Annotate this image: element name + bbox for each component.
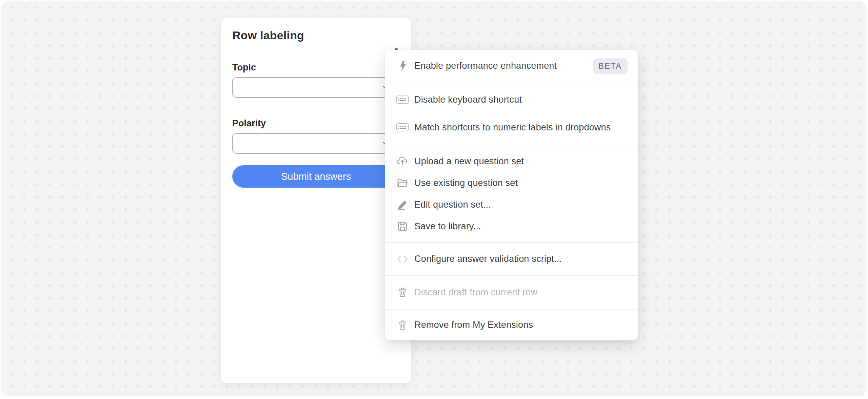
- menu-item-label: Configure answer validation script...: [414, 254, 562, 264]
- menu-section: Remove from My Extensions: [385, 309, 638, 340]
- submit-answers-button[interactable]: Submit answers: [232, 165, 400, 188]
- menu-item-label: Use existing question set: [414, 178, 518, 188]
- menu-section: Configure answer validation script...: [385, 242, 638, 275]
- menu-item-disable-keyboard-shortcut[interactable]: Disable keyboard shortcut: [385, 86, 638, 113]
- card-title: Row labeling: [232, 29, 400, 42]
- menu-item-label: Disable keyboard shortcut: [414, 94, 522, 105]
- save-floppy-icon: [395, 220, 410, 232]
- menu-item-label: Upload a new question set: [414, 156, 524, 167]
- menu-item-label: Match shortcuts to numeric labels in dro…: [414, 122, 611, 133]
- upload-cloud-icon: [395, 155, 410, 167]
- polarity-label: Polarity: [232, 118, 400, 129]
- menu-item-label: Edit question set...: [414, 200, 491, 210]
- trash-icon: [395, 287, 410, 298]
- menu-item-label: Enable performance enhancement: [414, 61, 557, 71]
- menu-item-upload-question-set[interactable]: Upload a new question set: [385, 150, 638, 172]
- menu-item-match-shortcuts[interactable]: Match shortcuts to numeric labels in dro…: [385, 113, 638, 141]
- keyboard-icon: [395, 123, 410, 132]
- menu-item-configure-validation-script[interactable]: Configure answer validation script...: [385, 243, 638, 275]
- bolt-icon: [395, 59, 410, 73]
- menu-item-enable-performance-enhancement[interactable]: Enable performance enhancement BETA: [385, 50, 638, 82]
- menu-item-label: Save to library...: [414, 221, 481, 232]
- menu-item-label: Remove from My Extensions: [414, 320, 533, 330]
- menu-section: Upload a new question set Use existing q…: [385, 145, 638, 242]
- menu-section: Disable keyboard shortcut Match shortcut…: [385, 82, 638, 145]
- code-icon: [395, 254, 410, 264]
- menu-item-save-to-library[interactable]: Save to library...: [385, 215, 638, 237]
- row-labeling-card: Row labeling Topic Polarity Submit answe…: [221, 18, 411, 383]
- screenshot-root: Row labeling Topic Polarity Submit answe…: [0, 0, 868, 399]
- edit-pen-icon: [395, 198, 410, 211]
- menu-section: Enable performance enhancement BETA: [385, 50, 638, 82]
- keyboard-icon: [395, 95, 410, 104]
- menu-item-remove-from-extensions[interactable]: Remove from My Extensions: [385, 310, 638, 340]
- polarity-select[interactable]: [232, 133, 400, 154]
- menu-item-label: Discard draft from current row: [414, 287, 537, 298]
- menu-item-edit-question-set[interactable]: Edit question set...: [385, 194, 638, 215]
- trash-icon: [395, 319, 410, 331]
- folder-open-icon: [395, 177, 410, 189]
- menu-item-discard-draft: Discard draft from current row: [385, 276, 638, 309]
- topic-label: Topic: [232, 62, 400, 73]
- beta-badge: BETA: [593, 58, 628, 74]
- dotted-background: Row labeling Topic Polarity Submit answe…: [1, 1, 867, 396]
- menu-item-use-existing-question-set[interactable]: Use existing question set: [385, 172, 638, 194]
- topic-select[interactable]: [232, 77, 400, 98]
- context-menu: Enable performance enhancement BETA: [385, 50, 638, 340]
- menu-section: Discard draft from current row: [385, 275, 638, 309]
